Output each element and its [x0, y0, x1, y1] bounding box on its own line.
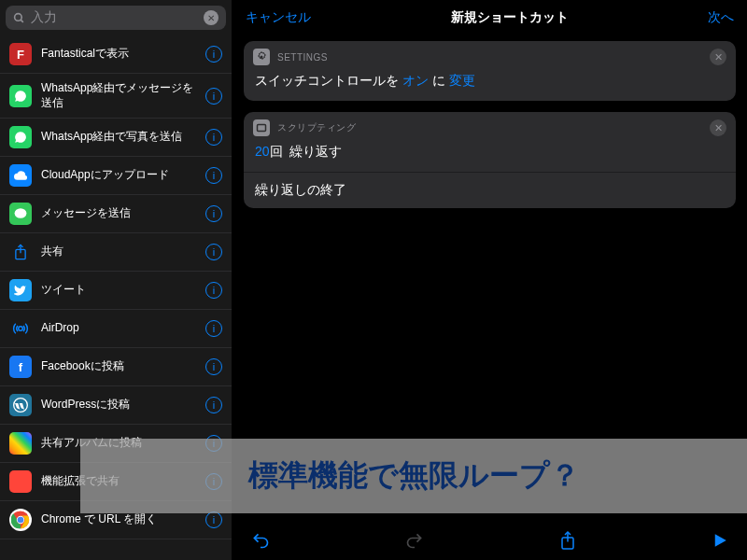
card-body: スイッチコントロールを オン に 変更	[244, 67, 736, 101]
whatsapp-icon	[9, 85, 32, 107]
svg-marker-14	[715, 534, 726, 547]
gear-icon	[253, 49, 270, 65]
action-label: Chrome で URL を開く	[41, 512, 196, 527]
search-bar[interactable]: ✕	[6, 6, 226, 30]
facebook-icon: f	[9, 356, 32, 378]
svg-line-1	[21, 20, 23, 22]
share-icon[interactable]	[559, 530, 576, 551]
action-item-message[interactable]: メッセージを送信 i	[0, 195, 232, 233]
settings-action-card[interactable]: SETTINGS ✕ スイッチコントロールを オン に 変更	[244, 41, 736, 101]
next-button[interactable]: 次へ	[708, 9, 734, 26]
action-label: ツイート	[41, 283, 196, 298]
clear-search-icon[interactable]: ✕	[204, 10, 218, 25]
share-icon	[9, 241, 32, 263]
text: スイッチコントロールを	[255, 73, 399, 88]
info-icon[interactable]: i	[205, 397, 222, 413]
bottombar	[233, 521, 747, 560]
param-action[interactable]: 変更	[449, 73, 475, 88]
info-icon[interactable]: i	[205, 244, 222, 260]
text: に	[432, 73, 445, 88]
info-icon[interactable]: i	[205, 511, 222, 528]
fantastical-icon: F	[9, 43, 32, 65]
info-icon[interactable]: i	[205, 320, 222, 337]
topbar: キャンセル 新規ショートカット 次へ	[233, 0, 747, 35]
close-icon[interactable]: ✕	[710, 49, 726, 65]
action-item-wordpress[interactable]: WordPressに投稿 i	[0, 386, 232, 425]
action-label: 共有	[41, 245, 196, 259]
search-input[interactable]	[31, 10, 198, 25]
info-icon[interactable]: i	[205, 358, 222, 375]
info-icon[interactable]: i	[205, 282, 222, 299]
action-label: WordPressに投稿	[41, 398, 196, 413]
redo-icon	[405, 531, 424, 550]
action-label: Fantasticalで表示	[41, 47, 196, 62]
undo-icon[interactable]	[251, 531, 270, 550]
wordpress-icon	[9, 394, 32, 416]
action-label: メッセージを送信	[41, 206, 196, 221]
messages-icon	[9, 203, 32, 225]
twitter-icon	[9, 279, 32, 301]
action-item-airdrop[interactable]: AirDrop i	[0, 310, 232, 348]
close-icon[interactable]: ✕	[710, 119, 726, 136]
action-label: AirDrop	[41, 321, 196, 336]
action-item-share[interactable]: 共有 i	[0, 233, 232, 272]
card-header-label: スクリプティング	[277, 121, 702, 134]
card-header-label: SETTINGS	[277, 52, 702, 63]
scripting-icon	[253, 119, 270, 136]
param-count[interactable]: 20	[255, 144, 270, 159]
search-icon	[13, 12, 25, 24]
info-icon[interactable]: i	[205, 46, 222, 63]
repeat-end-row: 繰り返しの終了	[244, 172, 736, 208]
action-label: CloudAppにアップロード	[41, 168, 196, 183]
cloudapp-icon	[9, 164, 32, 187]
scripting-action-card[interactable]: スクリプティング ✕ 20回 繰り返す 繰り返しの終了	[244, 112, 736, 208]
chrome-icon	[9, 509, 32, 531]
action-label: Facebookに投稿	[41, 359, 196, 374]
action-item-whatsapp-photo[interactable]: WhatsApp経由で写真を送信 i	[0, 119, 232, 157]
action-item-fantastical[interactable]: F Fantasticalで表示 i	[0, 35, 232, 74]
info-icon[interactable]: i	[205, 88, 222, 105]
whatsapp-icon	[9, 126, 32, 148]
param-value[interactable]: オン	[402, 73, 429, 88]
text: 回	[270, 144, 283, 159]
action-item-facebook[interactable]: f Facebookに投稿 i	[0, 348, 232, 386]
info-icon[interactable]: i	[205, 205, 222, 222]
action-label: WhatsApp経由でメッセージを送信	[41, 81, 196, 110]
overlay-banner: 標準機能で無限ループ？	[80, 439, 747, 513]
action-item-whatsapp-msg[interactable]: WhatsApp経由でメッセージを送信 i	[0, 74, 232, 119]
info-icon[interactable]: i	[205, 129, 222, 146]
action-item-twitter[interactable]: ツイート i	[0, 272, 232, 310]
airdrop-icon	[9, 317, 32, 340]
photos-icon	[9, 432, 32, 455]
overlay-text: 標準機能で無限ループ？	[99, 455, 728, 497]
svg-point-2	[15, 208, 27, 218]
svg-point-9	[18, 517, 24, 524]
text: 繰り返す	[289, 144, 342, 159]
extension-icon	[9, 470, 32, 493]
page-title: 新規ショートカット	[451, 9, 569, 26]
action-item-cloudapp[interactable]: CloudAppにアップロード i	[0, 157, 232, 195]
card-body: 20回 繰り返す	[244, 138, 736, 172]
svg-point-5	[19, 327, 23, 331]
svg-point-0	[15, 13, 22, 21]
cancel-button[interactable]: キャンセル	[246, 9, 311, 26]
svg-rect-11	[258, 125, 266, 132]
action-label: WhatsApp経由で写真を送信	[41, 130, 196, 145]
play-icon[interactable]	[712, 532, 728, 549]
info-icon[interactable]: i	[205, 167, 222, 184]
